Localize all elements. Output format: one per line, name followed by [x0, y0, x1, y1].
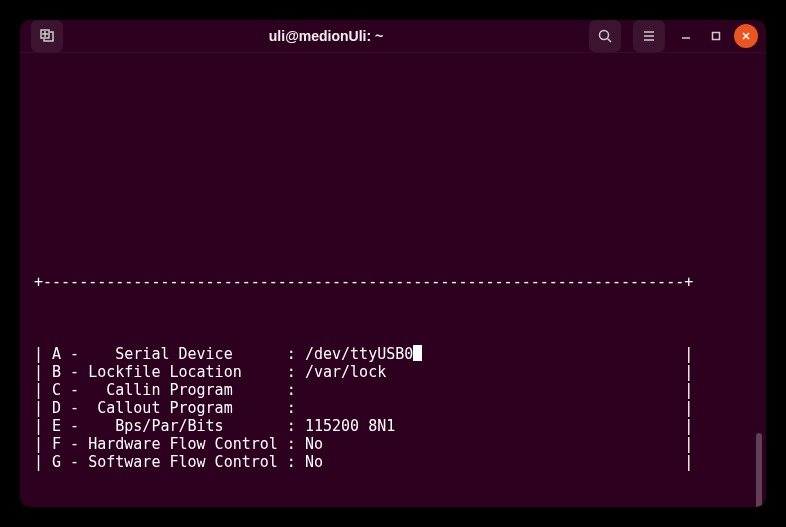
setting-label: | E - Bps/Par/Bits :: [34, 417, 296, 435]
setting-row-g[interactable]: | G - Software Flow Control : No |: [34, 453, 752, 471]
blank-line: [34, 201, 752, 219]
minimize-icon: [679, 29, 693, 43]
terminal-window: uli@medionUli: ~ +----------------------…: [20, 20, 766, 507]
box-right-pipe: |: [684, 399, 693, 417]
setting-row-b[interactable]: | B - Lockfile Location : /var/lock |: [34, 363, 752, 381]
setting-value: No: [296, 453, 323, 471]
setting-label: | C - Callin Program :: [34, 381, 296, 399]
blank-line: [34, 147, 752, 165]
hamburger-icon: [641, 28, 657, 44]
setting-label: | D - Callout Program :: [34, 399, 296, 417]
maximize-button[interactable]: [704, 24, 728, 48]
box-top-border: +---------------------------------------…: [34, 273, 752, 291]
menu-button[interactable]: [633, 20, 665, 52]
new-tab-icon: [39, 28, 55, 44]
box-right-pipe: |: [684, 435, 693, 453]
titlebar-left: [28, 20, 66, 52]
text-cursor: [413, 345, 422, 361]
svg-point-0: [600, 31, 609, 40]
box-right-pipe: |: [684, 381, 693, 399]
setting-label: | G - Software Flow Control :: [34, 453, 296, 471]
minimize-button[interactable]: [674, 24, 698, 48]
blank-line: [34, 93, 752, 111]
window-title: uli@medionUli: ~: [66, 28, 586, 44]
maximize-icon: [709, 29, 723, 43]
close-icon: [739, 29, 753, 43]
search-icon: [597, 28, 613, 44]
svg-line-1: [608, 39, 612, 43]
setting-row-a[interactable]: | A - Serial Device : /dev/ttyUSB0 |: [34, 345, 752, 363]
setting-row-d[interactable]: | D - Callout Program : |: [34, 399, 752, 417]
setting-label: | F - Hardware Flow Control :: [34, 435, 296, 453]
setting-value: /var/lock: [296, 363, 386, 381]
box-right-pipe: |: [684, 345, 693, 363]
setting-value: /dev/ttyUSB0: [296, 345, 413, 363]
scrollbar[interactable]: [756, 433, 762, 507]
setting-row-c[interactable]: | C - Callin Program : |: [34, 381, 752, 399]
svg-rect-6: [713, 33, 720, 40]
setting-row-f[interactable]: | F - Hardware Flow Control : No |: [34, 435, 752, 453]
terminal-body[interactable]: +---------------------------------------…: [20, 53, 766, 507]
box-right-pipe: |: [684, 417, 693, 435]
setting-label: | A - Serial Device :: [34, 345, 296, 363]
new-tab-button[interactable]: [31, 20, 63, 52]
titlebar: uli@medionUli: ~: [20, 20, 766, 53]
setting-row-e[interactable]: | E - Bps/Par/Bits : 115200 8N1 |: [34, 417, 752, 435]
search-button[interactable]: [589, 20, 621, 52]
setting-value: 115200 8N1: [296, 417, 395, 435]
box-right-pipe: |: [684, 363, 693, 381]
close-button[interactable]: [734, 24, 758, 48]
titlebar-right: [586, 20, 758, 52]
setting-label: | B - Lockfile Location :: [34, 363, 296, 381]
box-right-pipe: |: [684, 453, 693, 471]
setting-value: No: [296, 435, 323, 453]
